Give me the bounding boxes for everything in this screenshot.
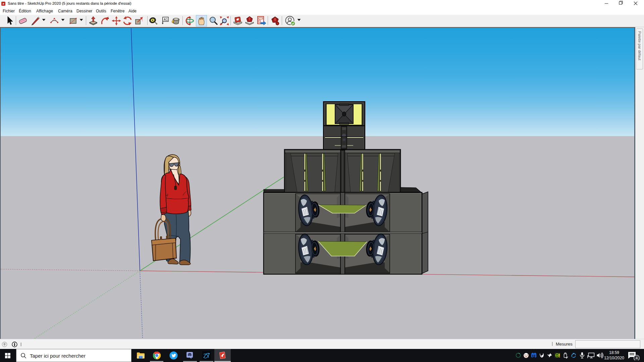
svg-text:4: 4 [636,356,638,360]
